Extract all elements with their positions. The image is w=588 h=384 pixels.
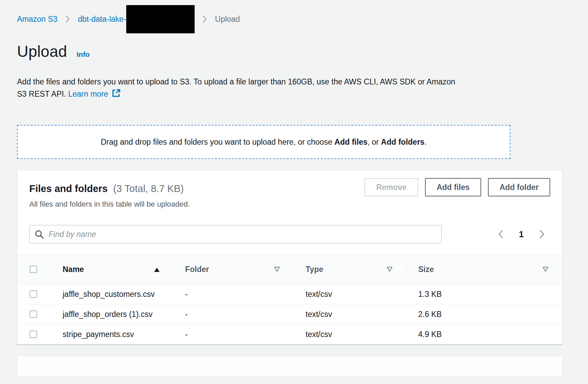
column-header-folder[interactable]: Folder: [173, 255, 294, 284]
title-row: Upload Info: [17, 42, 571, 61]
cell-folder: -: [173, 284, 294, 304]
table-body: jaffle_shop_customers.csv - text/csv 1.3…: [17, 284, 562, 344]
next-page-button[interactable]: [538, 228, 546, 240]
row-checkbox[interactable]: [30, 331, 37, 338]
drag-drop-zone[interactable]: Drag and drop files and folders you want…: [17, 125, 510, 159]
cell-size: 1.3 KB: [406, 284, 562, 304]
current-page-number: 1: [519, 229, 524, 239]
panel-title: Files and folders: [29, 183, 108, 194]
filter-icon[interactable]: [274, 265, 280, 274]
upload-page: Amazon S3 dbt-data-lake- Upload Upload I…: [0, 5, 588, 377]
table-header-row: Name Folder Type: [17, 254, 562, 284]
breadcrumb-current: Upload: [215, 15, 240, 24]
select-all-cell: [17, 255, 51, 284]
select-all-checkbox[interactable]: [30, 266, 37, 273]
panel-subtitle: All files and folders in this table will…: [29, 200, 190, 209]
search-row: 1: [29, 225, 550, 243]
redacted-bucket-name: [126, 5, 195, 33]
panel-header: Files and folders (3 Total, 8.7 KB) All …: [29, 178, 550, 209]
sort-ascending-icon: [154, 265, 160, 274]
info-link[interactable]: Info: [77, 50, 89, 59]
learn-more-link[interactable]: Learn more: [68, 90, 108, 98]
pagination: 1: [496, 228, 550, 240]
cell-type: text/csv: [294, 324, 406, 344]
table-row: jaffle_shop_orders (1).csv - text/csv 2.…: [17, 304, 562, 324]
breadcrumb-bucket[interactable]: dbt-data-lake-: [78, 15, 126, 24]
row-checkbox[interactable]: [30, 310, 37, 318]
cell-folder: -: [173, 324, 294, 344]
cell-size: 4.9 KB: [406, 324, 562, 344]
files-table: Name Folder Type: [17, 254, 562, 344]
search-input[interactable]: [29, 225, 442, 243]
filter-icon[interactable]: [542, 265, 549, 274]
dropzone-add-folders-label: Add folders: [381, 138, 425, 146]
remove-button[interactable]: Remove: [364, 178, 418, 196]
add-files-button[interactable]: Add files: [425, 178, 481, 196]
description-line2: S3 REST API.: [17, 90, 66, 98]
column-header-size[interactable]: Size: [406, 255, 562, 284]
table-row: stripe_payments.csv - text/csv 4.9 KB: [17, 324, 562, 344]
page-title: Upload: [17, 42, 67, 61]
breadcrumb: Amazon S3 dbt-data-lake- Upload: [17, 5, 571, 33]
search-icon: [35, 230, 44, 240]
chevron-right-icon: [203, 15, 207, 23]
cell-name: stripe_payments.csv: [51, 324, 173, 344]
table-row: jaffle_shop_customers.csv - text/csv 1.3…: [17, 284, 562, 304]
cell-folder: -: [173, 304, 294, 324]
add-folder-button[interactable]: Add folder: [488, 178, 550, 196]
description-line1: Add the files and folders you want to up…: [17, 77, 455, 86]
external-link-icon[interactable]: [112, 89, 120, 101]
previous-page-button[interactable]: [496, 228, 505, 240]
cell-name: jaffle_shop_orders (1).csv: [51, 304, 173, 324]
panel-count: (3 Total, 8.7 KB): [113, 183, 184, 194]
next-section-card: [17, 356, 562, 377]
cell-type: text/csv: [294, 304, 406, 324]
breadcrumb-amazon-s3[interactable]: Amazon S3: [17, 15, 58, 24]
column-header-name[interactable]: Name: [51, 255, 173, 284]
filter-icon[interactable]: [387, 265, 393, 274]
cell-size: 2.6 KB: [406, 304, 562, 324]
row-checkbox[interactable]: [30, 290, 37, 298]
page-description: Add the files and folders you want to up…: [17, 76, 514, 101]
panel-actions: Remove Add files Add folder: [364, 178, 550, 196]
cell-name: jaffle_shop_customers.csv: [51, 284, 173, 304]
dropzone-text: Drag and drop files and folders you want…: [101, 138, 427, 147]
cell-type: text/csv: [294, 284, 406, 304]
files-and-folders-panel: Files and folders (3 Total, 8.7 KB) All …: [17, 170, 562, 345]
column-header-type[interactable]: Type: [294, 255, 406, 284]
chevron-right-icon: [66, 15, 70, 23]
panel-heading-block: Files and folders (3 Total, 8.7 KB) All …: [29, 178, 190, 209]
dropzone-add-files-label: Add files: [334, 138, 368, 146]
